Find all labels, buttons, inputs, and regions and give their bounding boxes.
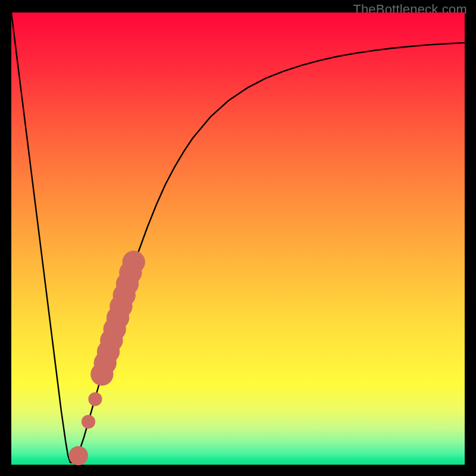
bottleneck-curve bbox=[11, 12, 465, 462]
chart-overlay bbox=[11, 12, 465, 465]
marker-group bbox=[69, 250, 145, 465]
curve-marker bbox=[123, 250, 145, 273]
curve-marker bbox=[88, 392, 102, 406]
curve-marker bbox=[82, 415, 95, 428]
plot-area bbox=[11, 12, 465, 465]
chart-frame: TheBottleneck.com bbox=[0, 0, 476, 476]
curve-marker bbox=[69, 446, 88, 465]
